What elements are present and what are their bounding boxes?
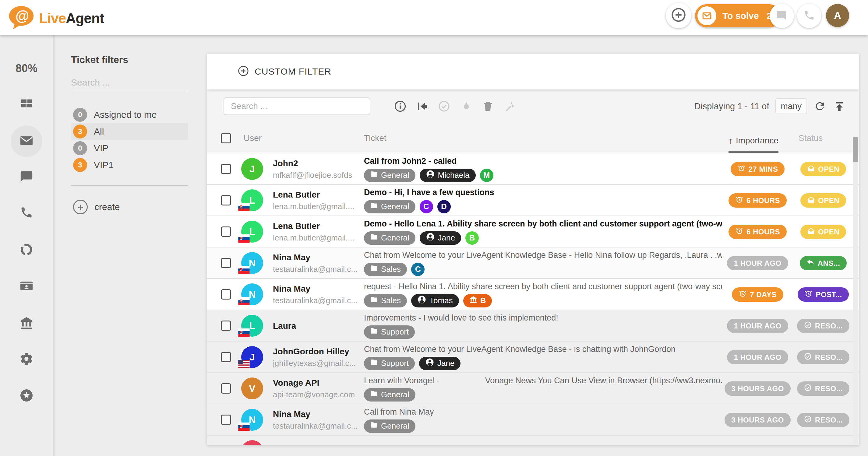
ticket-row[interactable]: NNina Maytestauralinka@gmail.c...Chat fr… [207, 248, 859, 279]
to-solve-button[interactable]: To solve 2 [695, 4, 781, 27]
filter-item-vip1[interactable]: 3VIP1 [71, 157, 188, 173]
agent-tag[interactable]: Jane [419, 357, 461, 370]
ticket-row[interactable]: JJohnGordon Hilleyjghilleytexas@gmail.c.… [207, 341, 859, 373]
label-circle-tag[interactable]: M [480, 169, 493, 182]
row-checkbox[interactable] [221, 321, 231, 331]
check-status-icon [804, 321, 812, 331]
liveagent-logo[interactable]: @ LiveAgent [7, 4, 104, 33]
custom-filter-bar: CUSTOM FILTER [207, 54, 859, 90]
rail-item-contacts[interactable] [0, 272, 53, 301]
ticket-row[interactable]: JJohn2mfkaflf@jfioejioe.sofdsCall from J… [207, 154, 859, 185]
row-checkbox[interactable] [221, 352, 231, 362]
filters-title: Ticket filters [71, 54, 128, 65]
magic-wand-icon[interactable] [503, 100, 517, 113]
ticket-title[interactable]: Call from Nina May [364, 407, 722, 417]
row-checkbox[interactable] [221, 289, 231, 299]
column-header-importance[interactable]: ↑ Importance [728, 136, 778, 153]
trash-icon[interactable] [481, 100, 495, 113]
vertical-scrollbar[interactable] [853, 137, 858, 445]
ticket-row[interactable]: TT...Call from [207, 435, 859, 445]
agent-tag[interactable]: Jane [420, 231, 461, 245]
ticket-title[interactable]: Demo - Hi, I have a few questions [364, 188, 722, 197]
department-tag[interactable]: Support [364, 357, 415, 370]
rail-item-dashboard[interactable] [0, 90, 53, 119]
label-circle-tag[interactable]: B [465, 231, 479, 245]
scrollbar-thumb[interactable] [853, 137, 858, 162]
ticket-row[interactable]: NNina Maytestauralinka@gmail.c...request… [207, 279, 859, 310]
label-circle-tag[interactable]: C [420, 200, 433, 214]
custom-filter-button[interactable]: CUSTOM FILTER [255, 66, 331, 77]
country-flag-icon-sk [238, 234, 250, 242]
company-tag[interactable]: B [463, 294, 492, 307]
row-checkbox[interactable] [221, 258, 231, 268]
ticket-title[interactable]: Demo - Hello Lena 1. Ability share scree… [364, 219, 722, 229]
flame-icon[interactable] [459, 100, 473, 113]
refresh-icon[interactable] [813, 100, 827, 113]
filter-item-assigned-to-me[interactable]: 0Assigned to me [71, 106, 188, 123]
info-icon[interactable] [394, 100, 407, 113]
department-tag[interactable]: General [364, 388, 415, 401]
department-tag[interactable]: General [364, 200, 415, 214]
importance-badge: 6 HOURS [728, 225, 787, 239]
row-checkbox[interactable] [221, 226, 231, 237]
folder-icon [370, 421, 378, 431]
clock-status-icon [804, 290, 812, 299]
total-count-selector[interactable]: many [775, 98, 807, 114]
row-checkbox[interactable] [221, 415, 231, 425]
filter-item-vip[interactable]: 0VIP [71, 140, 188, 157]
ticket-row[interactable]: LLauraImprovements - I would love to see… [207, 310, 859, 341]
ticket-title[interactable]: request - Hello Nina 1. Ability share sc… [364, 282, 722, 291]
ticket-title[interactable]: Call from John2 - called [364, 157, 722, 166]
country-flag-icon-sk [238, 423, 250, 431]
rail-item-upgrade-star[interactable] [0, 382, 53, 411]
ticket-search-input[interactable] [223, 97, 370, 115]
ticket-title[interactable]: Chat from Welcome to your LiveAgent Know… [364, 345, 722, 354]
chats-button[interactable] [770, 4, 794, 28]
ticket-title[interactable]: Chat from Welcome to your LiveAgent Know… [364, 251, 722, 260]
department-tag[interactable]: Support [364, 325, 415, 339]
column-header-status[interactable]: Status [799, 133, 823, 143]
rail-item-phone[interactable] [0, 198, 53, 228]
ticket-row[interactable]: LLena Butlerlena.m.butler@gmail....Demo … [207, 185, 859, 216]
status-badge: OPEN [800, 193, 846, 207]
select-all-checkbox[interactable] [221, 133, 231, 143]
user-avatar[interactable]: A [826, 4, 849, 27]
filter-item-all[interactable]: 3All [71, 123, 188, 140]
department-tag[interactable]: Sales [364, 263, 407, 276]
row-checkbox[interactable] [221, 195, 231, 205]
department-tag[interactable]: General [364, 231, 415, 245]
department-tag[interactable]: Sales [364, 294, 407, 307]
rail-item-mail[interactable] [0, 127, 53, 156]
label-circle-tag[interactable]: C [411, 263, 425, 276]
forward-icon[interactable] [415, 100, 429, 113]
agent-tag[interactable]: Tomas [411, 294, 459, 307]
status-badge: RESO... [797, 319, 850, 333]
ticket-title[interactable]: Improvements - I would love to see this … [364, 313, 722, 323]
department-tag[interactable]: General [364, 420, 415, 433]
check-circle-icon[interactable] [437, 100, 451, 113]
country-flag-icon-sk [238, 203, 250, 211]
ticket-row[interactable]: VVonage APIapi-team@vonage.comLearn with… [207, 373, 859, 404]
department-tag[interactable]: General [364, 169, 415, 182]
ticket-row[interactable]: LLena Butlerlena.m.butler@gmail....Demo … [207, 216, 859, 248]
create-filter-button[interactable]: + create [71, 200, 120, 214]
filters-search-input[interactable] [71, 74, 187, 91]
scroll-top-icon[interactable] [833, 100, 846, 113]
calls-button[interactable] [797, 4, 822, 28]
logo-text: LiveAgent [39, 10, 104, 27]
row-checkbox[interactable] [221, 164, 231, 174]
importance-badge: 3 HOURS AGO [724, 413, 790, 427]
contact-email: testauralinka@gmail.c... [273, 421, 362, 431]
row-checkbox[interactable] [221, 383, 231, 394]
ticket-row[interactable]: NNina Maytestauralinka@gmail.c...Call fr… [207, 404, 859, 435]
label-circle-tag[interactable]: D [437, 200, 451, 214]
rail-item-reports-donut[interactable] [0, 236, 53, 265]
rail-item-chat[interactable] [0, 163, 53, 192]
add-new-button[interactable] [666, 3, 691, 28]
agent-tag[interactable]: Michaela [420, 169, 476, 182]
rail-item-company[interactable] [0, 309, 53, 338]
contact-info: Vonage APIapi-team@vonage.com [273, 373, 362, 404]
ticket-title[interactable]: Learn with Vonage! -Vonage News You Can … [364, 376, 722, 385]
rail-item-settings-gear[interactable] [0, 345, 53, 374]
avatar-letter: A [834, 10, 841, 22]
